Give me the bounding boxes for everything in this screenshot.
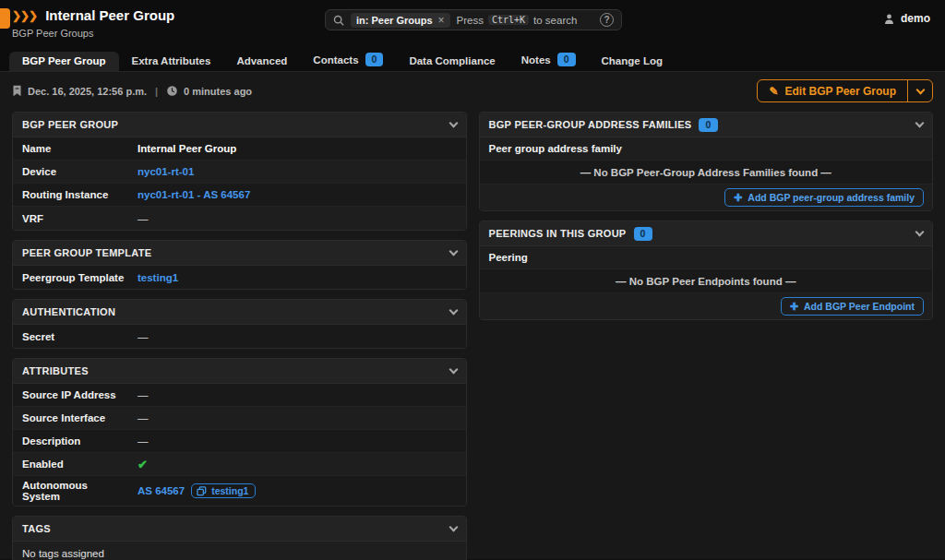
chip-remove-icon[interactable]: × (438, 14, 445, 27)
add-peer-endpoint-button[interactable]: ✚ Add BGP Peer Endpoint (781, 297, 924, 316)
table-row: Routing Instance nyc01-rt-01 - AS 64567 (13, 184, 466, 207)
panel-authentication: AUTHENTICATION Secret — (12, 299, 467, 349)
tab-advanced[interactable]: Advanced (223, 52, 300, 71)
device-link[interactable]: nyc01-rt-01 (138, 166, 194, 177)
panel-bgp-peer-group-header: BGP PEER GROUP (13, 113, 466, 137)
tab-data-compliance[interactable]: Data Compliance (396, 52, 508, 71)
panel-peerings-header: PEERINGS IN THIS GROUP 0 (480, 221, 933, 246)
chevron-down-icon[interactable] (449, 306, 458, 316)
name-value: Internal Peer Group (136, 139, 238, 158)
kbd-shortcut: Ctrl+K (488, 15, 529, 25)
table-row: Peergroup Template testing1 (13, 266, 466, 289)
global-search-input[interactable]: in: Peer Groups × Press Ctrl+K to search… (325, 9, 622, 30)
chevron-down-icon[interactable] (915, 228, 925, 237)
as-copy-badge[interactable]: testing1 (191, 483, 256, 498)
sidebar-toggle[interactable] (0, 8, 10, 29)
panel-address-families-header: BGP PEER-GROUP ADDRESS FAMILIES 0 (480, 113, 933, 137)
search-placeholder: Press Ctrl+K to search (457, 15, 578, 26)
detail-tabs: BGP Peer Group Extra Attributes Advanced… (0, 51, 945, 72)
contacts-count-badge: 0 (365, 53, 384, 66)
panel-authentication-header: AUTHENTICATION (13, 300, 466, 325)
search-filter-chip[interactable]: in: Peer Groups × (351, 13, 450, 28)
column-header: Peering (480, 246, 933, 269)
autonomous-system-link[interactable]: AS 64567 (138, 485, 185, 496)
copy-icon (197, 486, 207, 496)
source-ip-value: — (136, 386, 150, 404)
left-column: BGP PEER GROUP Name Internal Peer Group … (12, 112, 467, 560)
panel-attributes: ATTRIBUTES Source IP Address — Source In… (12, 358, 467, 506)
chevron-down-icon (915, 85, 925, 94)
notes-count-badge: 0 (557, 53, 576, 66)
address-families-footer: ✚ Add BGP peer-group address family (480, 185, 933, 210)
address-families-count-badge: 0 (699, 118, 717, 132)
panel-attributes-header: ATTRIBUTES (13, 359, 466, 384)
tab-extra-attributes[interactable]: Extra Attributes (119, 52, 224, 71)
tab-bgp-peer-group[interactable]: BGP Peer Group (9, 52, 119, 71)
peergroup-template-link[interactable]: testing1 (138, 272, 178, 283)
table-row: Enabled ✔ (13, 453, 466, 476)
edit-split-button: ✎ Edit BGP Peer Group (757, 79, 933, 102)
meta-separator: | (155, 86, 158, 97)
tab-contacts[interactable]: Contacts 0 (300, 49, 396, 71)
right-column: BGP PEER-GROUP ADDRESS FAMILIES 0 Peer g… (479, 112, 934, 329)
app-root: ❯❯❯ Internal Peer Group BGP Peer Groups … (0, 0, 945, 560)
table-row: Autonomous System AS 64567 testing1 (13, 476, 466, 506)
add-address-family-button[interactable]: ✚ Add BGP peer-group address family (724, 188, 924, 207)
check-icon: ✔ (138, 458, 148, 471)
table-row: Source IP Address — (13, 384, 466, 407)
edit-dropdown-toggle[interactable] (907, 80, 932, 101)
breadcrumb-chevrons-icon: ❯❯❯ (12, 9, 37, 22)
user-icon (883, 13, 895, 25)
chevron-down-icon[interactable] (449, 247, 458, 256)
username: demo (901, 12, 930, 25)
clock-icon (166, 85, 178, 97)
plus-icon: ✚ (734, 192, 742, 204)
panel-address-families: BGP PEER-GROUP ADDRESS FAMILIES 0 Peer g… (479, 112, 934, 211)
bookmark-icon (12, 85, 22, 97)
panel-peer-group-template-header: PEER GROUP TEMPLATE (13, 241, 466, 266)
table-row: Secret — (13, 325, 466, 348)
search-icon (333, 15, 344, 26)
pencil-icon: ✎ (769, 85, 778, 98)
edit-bgp-peer-group-button[interactable]: ✎ Edit BGP Peer Group (758, 80, 907, 101)
plus-icon: ✚ (790, 301, 798, 313)
table-row: Device nyc01-rt-01 (13, 161, 466, 184)
peerings-empty-message: — No BGP Peer Endpoints found — (480, 269, 933, 293)
secret-value: — (136, 328, 150, 346)
panel-bgp-peer-group: BGP PEER GROUP Name Internal Peer Group … (12, 112, 467, 231)
user-menu[interactable]: demo (883, 12, 930, 25)
top-navbar: ❯❯❯ Internal Peer Group BGP Peer Groups … (0, 0, 945, 51)
address-families-empty-message: — No BGP Peer-Group Address Families fou… (480, 161, 933, 185)
chevron-down-icon[interactable] (915, 119, 925, 128)
column-header: Peer group address family (480, 137, 933, 161)
routing-instance-link[interactable]: nyc01-rt-01 - AS 64567 (138, 189, 250, 200)
source-interface-value: — (136, 409, 150, 427)
tab-notes[interactable]: Notes 0 (508, 49, 589, 71)
meta-row: Dec. 16, 2025, 12:56 p.m. | 0 minutes ag… (0, 72, 945, 109)
help-icon[interactable]: ? (600, 13, 614, 27)
table-row: VRF — (13, 207, 466, 230)
panel-tags-header: TAGS (13, 517, 466, 542)
breadcrumb[interactable]: BGP Peer Groups (12, 28, 174, 39)
table-row: Description — (13, 430, 466, 453)
chevron-down-icon[interactable] (449, 365, 458, 375)
page-content: Dec. 16, 2025, 12:56 p.m. | 0 minutes ag… (0, 72, 945, 559)
panel-peer-group-template: PEER GROUP TEMPLATE Peergroup Template t… (12, 240, 467, 290)
page-title: Internal Peer Group (45, 7, 174, 23)
panel-tags: TAGS No tags assigned (12, 516, 467, 560)
table-row: Name Internal Peer Group (13, 137, 466, 161)
search-filter-label: in: Peer Groups (356, 15, 433, 26)
chevron-down-icon[interactable] (449, 119, 458, 128)
tab-change-log[interactable]: Change Log (589, 52, 676, 71)
timestamps: Dec. 16, 2025, 12:56 p.m. | 0 minutes ag… (12, 85, 252, 97)
two-column-layout: BGP PEER GROUP Name Internal Peer Group … (0, 109, 945, 560)
peerings-footer: ✚ Add BGP Peer Endpoint (480, 293, 933, 319)
tags-empty-message: No tags assigned (13, 542, 466, 560)
vrf-value: — (136, 209, 150, 228)
peerings-count-badge: 0 (634, 227, 652, 241)
title-block: ❯❯❯ Internal Peer Group BGP Peer Groups (12, 7, 174, 39)
table-row: Source Interface — (13, 407, 466, 430)
created-date: Dec. 16, 2025, 12:56 p.m. (28, 86, 147, 97)
description-value: — (136, 432, 150, 450)
chevron-down-icon[interactable] (449, 523, 458, 532)
